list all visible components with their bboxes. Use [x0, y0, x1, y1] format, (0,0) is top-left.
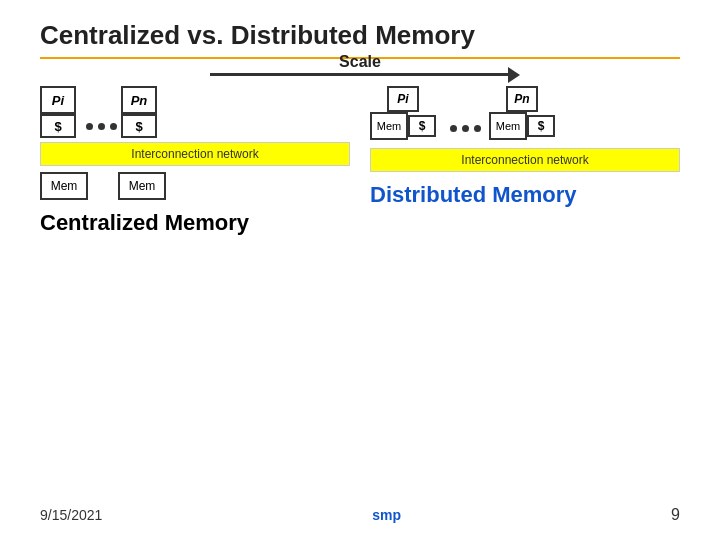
centralized-proc1: Pi — [40, 86, 76, 114]
centralized-proc-group-1: Pi $ — [40, 86, 76, 138]
page: Centralized vs. Distributed Memory Scale… — [0, 0, 720, 540]
dist-group-2: Pn Mem $ — [489, 86, 555, 140]
dot3 — [110, 123, 117, 130]
footer: 9/15/2021 smp 9 — [40, 506, 680, 524]
distributed-dots — [444, 125, 481, 140]
distributed-proc-row: Pi Mem $ Pn Mem $ — [370, 86, 680, 140]
footer-page: 9 — [671, 506, 680, 524]
dist-cache1: $ — [408, 115, 436, 137]
dist-mem1: Mem — [370, 112, 408, 140]
centralized-mem2: Mem — [118, 172, 166, 200]
centralized-mem1: Mem — [40, 172, 88, 200]
page-title: Centralized vs. Distributed Memory — [40, 20, 680, 51]
centralized-proc-group-2: Pn $ — [121, 86, 157, 138]
distributed-label: Distributed Memory — [370, 182, 680, 208]
dist-dot1 — [450, 125, 457, 132]
centralized-proc2: Pn — [121, 86, 157, 114]
diagrams-row: Pi $ Pn $ Interconnection network — [40, 86, 680, 236]
centralized-diagram: Pi $ Pn $ Interconnection network — [40, 86, 350, 236]
centralized-cache1: $ — [40, 114, 76, 138]
dist-proc1: Pi — [387, 86, 419, 112]
centralized-proc-row: Pi $ Pn $ — [40, 86, 350, 138]
centralized-net-bar: Interconnection network — [40, 142, 350, 166]
scale-arrow: Scale — [210, 73, 510, 76]
centralized-mem-row: Mem Mem — [40, 172, 350, 200]
scale-label: Scale — [339, 53, 381, 71]
dist-group-1: Pi Mem $ — [370, 86, 436, 140]
dot2 — [98, 123, 105, 130]
footer-date: 9/15/2021 — [40, 507, 102, 523]
distributed-net-bar: Interconnection network — [370, 148, 680, 172]
dist-proc2: Pn — [506, 86, 538, 112]
dist-dot3 — [474, 125, 481, 132]
centralized-cache2: $ — [121, 114, 157, 138]
dist-cache2: $ — [527, 115, 555, 137]
dot1 — [86, 123, 93, 130]
centralized-label: Centralized Memory — [40, 210, 350, 236]
dist-mem2: Mem — [489, 112, 527, 140]
distributed-diagram: Pi Mem $ Pn Mem $ — [370, 86, 680, 208]
dist-dot2 — [462, 125, 469, 132]
scale-arrow-line — [210, 73, 510, 76]
scale-container: Scale — [40, 73, 680, 76]
centralized-dots — [80, 123, 117, 138]
footer-center: smp — [372, 507, 401, 523]
